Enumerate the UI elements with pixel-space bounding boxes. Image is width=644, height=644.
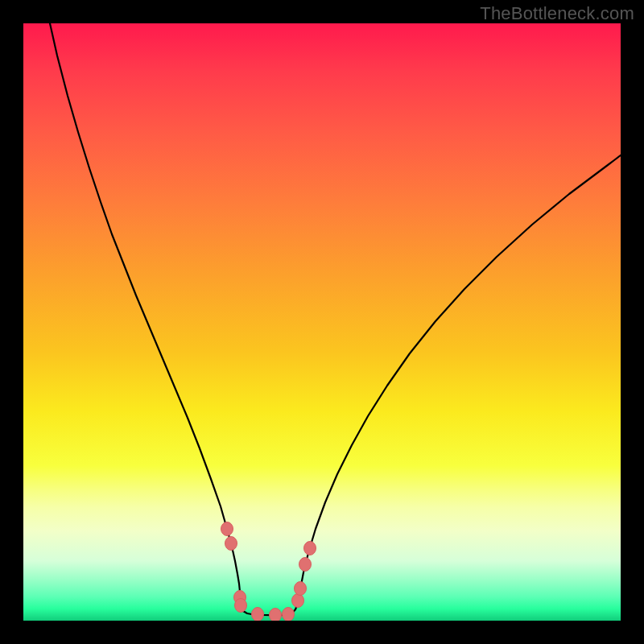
svg-point-4 (252, 608, 264, 621)
svg-point-7 (292, 594, 304, 608)
svg-point-0 (221, 522, 233, 536)
svg-point-5 (270, 609, 282, 621)
svg-point-8 (295, 582, 307, 596)
plot-area (23, 23, 621, 621)
curve-markers (221, 522, 316, 621)
svg-point-3 (235, 599, 247, 613)
svg-point-10 (304, 542, 316, 555)
watermark-text: TheBottleneck.com (480, 3, 634, 24)
bottleneck-curve (50, 23, 621, 615)
svg-point-9 (299, 558, 312, 572)
svg-point-1 (225, 537, 237, 551)
chart-frame: TheBottleneck.com (0, 0, 644, 644)
curve-layer (23, 23, 621, 621)
svg-point-6 (283, 608, 295, 621)
